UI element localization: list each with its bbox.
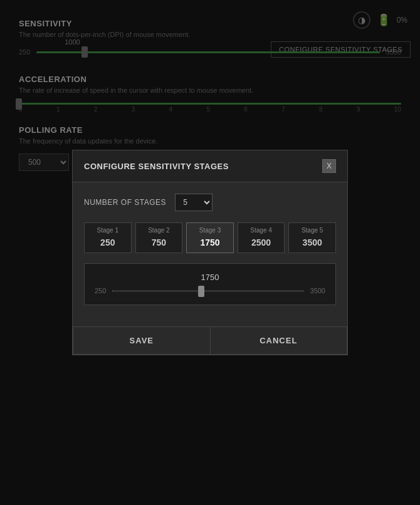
stage-tab-3[interactable]: Stage 3 1750	[186, 222, 234, 253]
stage-tab-5[interactable]: Stage 5 3500	[288, 222, 336, 253]
modal-header: CONFIGURE SENSITIVITY STAGES X	[73, 150, 347, 182]
modal-slider-max: 3500	[310, 287, 325, 294]
stages-count-label: NUMBER OF STAGES	[84, 198, 166, 207]
stages-count-select[interactable]: 5 1 2 3 4 6	[175, 194, 213, 211]
modal-save-button[interactable]: SAVE	[73, 326, 210, 355]
modal-overlay: CONFIGURE SENSITIVITY STAGES X NUMBER OF…	[0, 0, 420, 505]
configure-stages-modal: CONFIGURE SENSITIVITY STAGES X NUMBER OF…	[72, 150, 348, 355]
modal-footer: SAVE CANCEL	[73, 326, 347, 355]
modal-body: NUMBER OF STAGES 5 1 2 3 4 6 Stage 1 250…	[73, 182, 347, 326]
stages-count-row: NUMBER OF STAGES 5 1 2 3 4 6	[84, 194, 336, 211]
modal-slider-row: 250 3500	[95, 287, 325, 294]
modal-cancel-button[interactable]: CANCEL	[210, 326, 348, 355]
modal-slider-min: 250	[95, 287, 106, 294]
modal-close-button[interactable]: X	[322, 159, 336, 173]
modal-slider-input[interactable]	[112, 290, 303, 292]
stage-tabs: Stage 1 250 Stage 2 750 Stage 3 1750 Sta…	[84, 222, 336, 253]
stage-tab-1[interactable]: Stage 1 250	[84, 222, 132, 253]
stage-tab-4[interactable]: Stage 4 2500	[238, 222, 285, 253]
modal-slider-wrap: 1750 250 3500	[84, 263, 336, 305]
modal-slider-value: 1750	[95, 273, 325, 282]
stage-tab-2[interactable]: Stage 2 750	[135, 222, 183, 253]
modal-title: CONFIGURE SENSITIVITY STAGES	[84, 162, 229, 171]
